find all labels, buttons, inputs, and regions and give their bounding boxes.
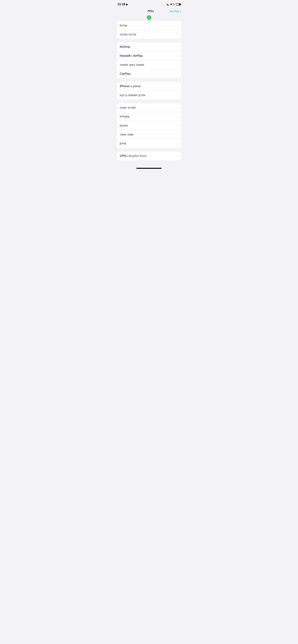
section-vpn: ‹ ניהול התקנים ו-VPN bbox=[117, 152, 181, 160]
back-chevron-icon: › bbox=[180, 10, 181, 13]
nav-header: › הגדרות כללי bbox=[114, 8, 184, 15]
location-icon: ▶ bbox=[126, 3, 128, 6]
chevron-icon: ‹ bbox=[177, 45, 178, 49]
chevron-icon: ‹ bbox=[177, 93, 178, 97]
row-label-iphone-storage: אחסון ב-iPhone bbox=[120, 84, 140, 88]
row-dictionary[interactable]: ‹ מילון bbox=[117, 139, 181, 148]
row-software-update[interactable]: ‹ עדכוני תוכנה bbox=[117, 30, 181, 39]
row-airplay-handoff[interactable]: ‹ AirPlay ו-Handoff bbox=[117, 52, 181, 60]
row-label-background-app-refresh: עדכון יישומים ברקע bbox=[120, 93, 145, 97]
row-label-software-update: עדכוני תוכנה bbox=[120, 32, 136, 36]
section-storage: ‹ אחסון ב-iPhone ‹ עדכון יישומים ברקע bbox=[117, 82, 181, 100]
home-indicator bbox=[136, 168, 162, 169]
chevron-icon: ‹ bbox=[177, 154, 178, 158]
row-date-time[interactable]: ‹ תאריך ושעה bbox=[117, 103, 181, 112]
row-label-dictionary: מילון bbox=[120, 142, 126, 145]
section-info: ‹ אודות ‹ עדכוני תוכנה bbox=[117, 21, 181, 39]
chevron-icon: ‹ bbox=[177, 84, 178, 88]
section-regional: ‹ תאריך ושעה ‹ מקלדת ‹ גופנים ‹ שפה ואזו… bbox=[117, 103, 181, 148]
chevron-icon: ‹ bbox=[177, 63, 178, 67]
row-label-carplay: CarPlay bbox=[120, 72, 130, 76]
row-fonts[interactable]: ‹ גופנים bbox=[117, 121, 181, 130]
status-time: ▶ 11:16 bbox=[117, 2, 128, 6]
notification-badge: 1 bbox=[147, 15, 151, 20]
chevron-icon: ‹ bbox=[177, 115, 178, 118]
row-language-region[interactable]: ‹ שפה ואזור bbox=[117, 130, 181, 139]
row-label-date-time: תאריך ושעה bbox=[120, 106, 136, 110]
row-picture-in-picture[interactable]: ‹ תמונה בתוך תמונה bbox=[117, 60, 181, 69]
row-background-app-refresh[interactable]: ‹ עדכון יישומים ברקע bbox=[117, 91, 181, 100]
chevron-icon: ‹ bbox=[177, 124, 178, 128]
row-keyboard[interactable]: ‹ מקלדת bbox=[117, 112, 181, 121]
row-label-airplay-handoff: AirPlay ו-Handoff bbox=[120, 54, 143, 58]
battery-icon bbox=[176, 3, 181, 6]
row-label-picture-in-picture: תמונה בתוך תמונה bbox=[120, 63, 144, 67]
chevron-icon: ‹ bbox=[177, 106, 178, 110]
row-label-keyboard: מקלדת bbox=[120, 115, 129, 118]
row-about[interactable]: ‹ אודות bbox=[117, 21, 181, 30]
row-label-fonts: גופנים bbox=[120, 124, 128, 128]
row-label-language-region: שפה ואזור bbox=[120, 132, 133, 136]
row-iphone-storage[interactable]: ‹ אחסון ב-iPhone bbox=[117, 82, 181, 91]
notification-badge-container: 1 bbox=[114, 15, 184, 20]
wifi-icon: ∈✖ bbox=[170, 3, 175, 6]
section-connectivity: ‹ AirDrop ‹ AirPlay ו-Handoff ‹ תמונה בת… bbox=[117, 42, 181, 78]
nav-back-label: הגדרות bbox=[170, 9, 179, 13]
status-bar: ∈✖ ▶ 11:16 bbox=[114, 0, 184, 8]
row-airdrop[interactable]: ‹ AirDrop bbox=[117, 42, 181, 52]
row-label-airdrop: AirDrop bbox=[120, 45, 130, 49]
row-label-vpn-device-management: ניהול התקנים ו-VPN bbox=[120, 154, 146, 158]
page-title: כללי bbox=[147, 9, 154, 13]
row-vpn-device-management[interactable]: ‹ ניהול התקנים ו-VPN bbox=[117, 152, 181, 160]
row-label-about: אודות bbox=[120, 24, 127, 27]
chevron-icon: ‹ bbox=[177, 24, 178, 27]
chevron-icon: ‹ bbox=[177, 32, 178, 36]
chevron-icon: ‹ bbox=[177, 54, 178, 58]
nav-back-button[interactable]: › הגדרות bbox=[170, 9, 181, 13]
chevron-icon: ‹ bbox=[177, 132, 178, 136]
row-carplay[interactable]: ‹ CarPlay bbox=[117, 69, 181, 78]
signal-icon bbox=[166, 3, 169, 6]
chevron-icon: ‹ bbox=[177, 72, 178, 76]
page-content: 1 ‹ אודות ‹ עדכוני תוכנה ‹ AirDrop ‹ Air… bbox=[114, 15, 184, 166]
chevron-icon: ‹ bbox=[177, 142, 178, 145]
